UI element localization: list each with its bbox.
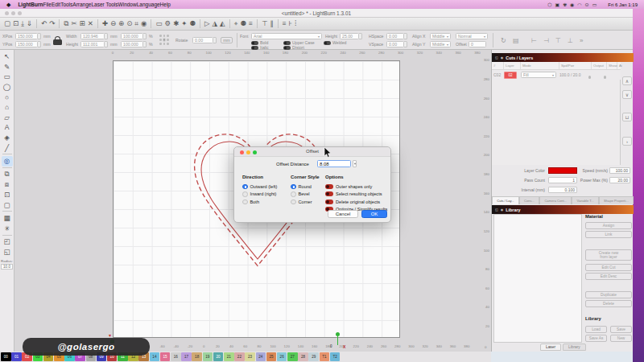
panel-float-icon[interactable]: ◉: [501, 208, 504, 212]
layer-color-swatch[interactable]: [548, 167, 577, 174]
toolbar-icon[interactable]: [97, 19, 98, 28]
toolbar-icon[interactable]: [278, 19, 279, 28]
menu-item[interactable]: LightBurn: [18, 2, 43, 7]
height-field[interactable]: 112.001: [80, 41, 105, 47]
mirror-v-icon[interactable]: ◭: [220, 20, 225, 27]
palette-swatch[interactable]: T1: [320, 352, 330, 361]
battery-icon[interactable]: ▭: [592, 2, 597, 7]
palette-swatch[interactable]: 00: [1, 352, 11, 361]
menu-item[interactable]: Help: [160, 2, 171, 7]
radius-field[interactable]: 10.0: [1, 264, 13, 269]
duplicate-button[interactable]: Duplicate: [585, 291, 632, 298]
panel-float-icon[interactable]: ◉: [501, 56, 504, 60]
welded-toggle[interactable]: [324, 41, 331, 45]
more-icon[interactable]: »: [580, 37, 583, 44]
zoom-in-icon[interactable]: ⊕: [118, 20, 124, 27]
select-tool[interactable]: ↖: [2, 51, 13, 62]
dock-icon[interactable]: ≡: [249, 20, 253, 27]
rotate-stepper[interactable]: [213, 37, 217, 43]
option-toggle[interactable]: Delete original objects: [325, 198, 387, 206]
toolbar-icon[interactable]: [151, 19, 151, 28]
rotary-tool[interactable]: ✳: [2, 224, 13, 234]
mirror-h-icon[interactable]: ◮: [213, 20, 218, 27]
bluetooth-icon[interactable]: ◉: [570, 2, 574, 7]
dialog-title-bar[interactable]: Offset: [234, 147, 390, 157]
corner-fillet-tool[interactable]: ◱: [2, 247, 13, 257]
ok-button[interactable]: OK: [361, 210, 387, 218]
menu-clock[interactable]: Fri 6 Jan 1:19: [608, 2, 638, 7]
undo-icon[interactable]: ↶: [41, 20, 47, 27]
open-file-icon[interactable]: ⊡: [13, 20, 19, 27]
zoom-all-icon[interactable]: ⊙: [126, 20, 132, 27]
pan-icon[interactable]: ✚: [102, 20, 108, 27]
vspace-stepper[interactable]: [404, 41, 407, 47]
shield-icon[interactable]: ⬡: [547, 2, 551, 7]
move-layer-up-button[interactable]: ∧: [622, 76, 632, 85]
scale-x-stepper[interactable]: [143, 33, 147, 39]
menu-item[interactable]: Tools: [60, 2, 72, 7]
display-icon[interactable]: ▣: [555, 2, 559, 7]
library-header[interactable]: ◱ ◉ Library: [492, 205, 634, 214]
direction-radio-option[interactable]: Outward (left): [242, 183, 277, 191]
toolbar-icon[interactable]: [59, 19, 60, 28]
preview-icon[interactable]: ▭: [155, 20, 162, 27]
direction-radio-option[interactable]: Inward (right): [242, 191, 277, 199]
corner-radio-option[interactable]: Round: [291, 183, 320, 191]
settings-gear-icon[interactable]: ⚙: [165, 20, 171, 27]
radio-icon[interactable]: [242, 191, 248, 197]
panel-dock-icon[interactable]: ◱: [495, 208, 498, 212]
panel-tab[interactable]: Cuts / Lay...: [492, 196, 519, 204]
toggle-icon[interactable]: [325, 191, 333, 196]
menu-item[interactable]: Language: [137, 2, 160, 7]
xpos-field[interactable]: 150.000: [15, 33, 38, 39]
palette-swatch[interactable]: 01: [11, 352, 22, 361]
cancel-button[interactable]: Cancel: [328, 210, 358, 218]
boolean-subtract-tool[interactable]: ⧈: [2, 179, 13, 190]
move-laser-icon[interactable]: ⚉: [240, 20, 246, 27]
delete-icon[interactable]: ✕: [88, 20, 93, 27]
palette-swatch[interactable]: 21: [224, 352, 234, 361]
palette-swatch[interactable]: 22: [234, 352, 245, 361]
library-list[interactable]: [493, 214, 582, 343]
ypos-stepper[interactable]: [38, 41, 41, 47]
edit-cut-button[interactable]: Edit Cut: [585, 264, 632, 271]
snap-icon[interactable]: ⊦: [289, 20, 292, 27]
menu-item[interactable]: Edit: [52, 2, 60, 7]
boolean-intersect-tool[interactable]: ⊡: [2, 190, 13, 200]
toggle-icon[interactable]: [325, 184, 333, 189]
copy-icon[interactable]: ⧉: [64, 20, 68, 27]
rotate-field[interactable]: 0.00: [192, 37, 213, 43]
pass-count-field[interactable]: 1: [548, 177, 577, 183]
toggle-icon[interactable]: [325, 200, 333, 204]
cut-icon[interactable]: ✂: [71, 20, 76, 27]
laser-tools-icon[interactable]: ✦: [181, 20, 187, 27]
align-y-select[interactable]: Middle▾: [430, 41, 451, 47]
align-top-icon[interactable]: ⊤: [555, 37, 561, 44]
corner-radio-option[interactable]: Corner: [291, 198, 320, 206]
grid-icon[interactable]: ⁞: [295, 20, 296, 27]
save-file-icon[interactable]: ⤓: [21, 20, 24, 27]
width-field[interactable]: 120.946: [80, 33, 105, 39]
menu-item[interactable]: Arrange: [72, 2, 91, 7]
palette-swatch[interactable]: T2: [330, 352, 341, 361]
menu-item[interactable]: File: [43, 2, 51, 7]
height-stepper[interactable]: [105, 41, 108, 47]
offset-distance-input[interactable]: 8.08: [317, 160, 351, 167]
frame-select-icon[interactable]: ⌗: [134, 20, 138, 27]
create-new-button[interactable]: Create new from layer: [585, 249, 632, 261]
bottom-tab[interactable]: Library: [563, 343, 586, 351]
palette-swatch[interactable]: 19: [203, 352, 213, 361]
machine-settings-icon[interactable]: ✱: [173, 20, 179, 27]
rectangle-tool[interactable]: ▭: [2, 72, 13, 82]
palette-swatch[interactable]: 14: [150, 352, 160, 361]
import-icon[interactable]: ⇓: [27, 20, 32, 27]
new-file-icon[interactable]: ▢: [4, 20, 10, 27]
palette-swatch[interactable]: 29: [308, 352, 319, 361]
layer-mode-select[interactable]: Fill▾: [521, 72, 556, 78]
hspace-field[interactable]: 0.00: [386, 33, 404, 39]
offset-distance-stepper[interactable]: [353, 160, 357, 167]
corner-round-tool[interactable]: ◰: [2, 237, 13, 247]
redo-icon[interactable]: ↷: [49, 20, 55, 27]
array-tool[interactable]: ▦: [2, 213, 13, 224]
uppercase-toggle[interactable]: [283, 41, 291, 45]
